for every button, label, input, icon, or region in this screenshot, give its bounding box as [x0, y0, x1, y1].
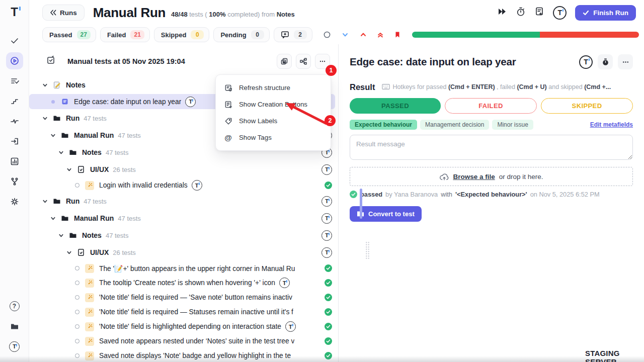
at-sign-icon: @	[224, 134, 232, 141]
fast-forward-icon[interactable]	[497, 7, 507, 19]
empty-circle-icon[interactable]	[324, 31, 331, 38]
chevron-down-icon[interactable]	[50, 216, 56, 221]
folder-icon	[69, 231, 77, 239]
steps-icon[interactable]	[6, 93, 23, 110]
bookmark-red-icon[interactable]	[394, 31, 401, 38]
memo-icon	[53, 81, 61, 89]
result-message-input[interactable]	[350, 135, 633, 160]
status-circle-icon[interactable]	[75, 339, 79, 343]
edit-metafields-link[interactable]: Edit metafields	[590, 121, 633, 128]
status-circle-icon[interactable]	[75, 183, 79, 188]
status-circle-icon[interactable]	[75, 310, 79, 314]
testomat-logo-icon	[192, 180, 202, 191]
status-circle-icon[interactable]	[75, 324, 79, 329]
status-circle-icon[interactable]	[75, 295, 79, 300]
chevron-down-icon[interactable]	[42, 82, 48, 88]
chevron-up-red-icon[interactable]	[360, 31, 367, 38]
browse-file-link[interactable]: Browse a file	[453, 173, 495, 180]
progress-failed	[540, 32, 639, 38]
tree-row-manual-run-2[interactable]: Manual Run47 tests	[29, 210, 338, 227]
tree-row-test[interactable]: 'Note title' field is highlighted depend…	[29, 319, 338, 334]
selected-bullet-icon	[51, 100, 55, 104]
copy-structure-button[interactable]	[277, 54, 292, 69]
environment-banner: STAGING SERVER	[585, 349, 644, 362]
chevron-down-icon[interactable]	[58, 150, 64, 155]
chevron-down-icon[interactable]	[42, 116, 48, 121]
result-history-line: passed by Yana Baranova with '<Expected …	[350, 191, 633, 198]
tree-row-test[interactable]: Saved note appears nested under ‘Notes’ …	[29, 334, 338, 348]
filter-failed-button[interactable]: Failed21	[100, 27, 150, 42]
run-progress-bar	[412, 32, 639, 38]
tree-row-test[interactable]: 'Note title' field is required — 'Save n…	[29, 290, 338, 305]
manual-test-icon	[85, 264, 94, 273]
tree-title: Manual tests at 05 Nov 2025 19:04	[67, 57, 185, 65]
resize-grip-icon[interactable]	[365, 241, 370, 259]
tree-row-test[interactable]: 'Note title' field is required — Statuse…	[29, 305, 338, 319]
report-add-icon[interactable]	[534, 7, 544, 19]
folder-icon	[53, 197, 61, 205]
metafield-tag-selected[interactable]: Expected behaviour	[350, 120, 417, 130]
chevron-down-icon[interactable]	[66, 167, 72, 172]
tree-row-uiux-2[interactable]: UI/UX26 tests	[29, 244, 338, 261]
status-circle-icon[interactable]	[75, 266, 79, 270]
page-title: Manual Run	[93, 5, 166, 21]
testomat-logo-icon[interactable]: T	[11, 5, 18, 19]
runs-play-icon[interactable]	[6, 52, 23, 69]
tree-view-button[interactable]	[296, 54, 311, 69]
filter-skipped-button[interactable]: Skipped0	[154, 27, 210, 42]
chevron-down-icon[interactable]	[66, 250, 72, 255]
settings-gear-icon[interactable]	[6, 193, 23, 210]
double-chevron-up-red-icon[interactable]	[377, 31, 384, 38]
metafield-tag[interactable]: Management decision	[420, 120, 489, 130]
status-circle-icon[interactable]	[75, 353, 79, 358]
chevron-down-icon[interactable]	[58, 233, 64, 238]
testomat-avatar-icon[interactable]	[553, 6, 567, 20]
branch-icon[interactable]	[6, 173, 23, 190]
failed-button[interactable]: FAILED	[445, 98, 537, 114]
status-circle-icon[interactable]	[75, 281, 79, 285]
tree-row-uiux-1[interactable]: UI/UX26 tests	[29, 161, 338, 178]
skipped-button[interactable]: SKIPPED	[541, 98, 633, 114]
pulse-icon[interactable]	[6, 113, 23, 130]
tree-row-test[interactable]: Saved note displays 'Note' badge and yel…	[29, 348, 338, 362]
timer-button[interactable]	[598, 54, 613, 69]
passed-check-icon	[325, 308, 332, 316]
chevron-down-icon[interactable]	[50, 133, 56, 138]
docs-folder-icon[interactable]	[6, 318, 23, 335]
help-icon[interactable]: ?	[6, 298, 23, 315]
back-to-runs-button[interactable]: Runs	[42, 5, 85, 21]
testomat-logo-icon	[321, 196, 332, 207]
testomat-logo-icon	[321, 164, 332, 175]
chevron-down-icon[interactable]	[42, 199, 48, 204]
passed-button[interactable]: PASSED	[350, 98, 441, 114]
tree-row-run-2[interactable]: Run47 tests	[29, 193, 338, 210]
more-options-button[interactable]	[618, 54, 633, 69]
import-icon[interactable]	[6, 133, 23, 150]
metafield-tag[interactable]: Minor issue	[492, 120, 533, 130]
profile-logo-icon[interactable]	[6, 338, 23, 355]
file-drop-area[interactable]: Browse a file or drop it here.	[350, 167, 633, 186]
failed-count-badge: 21	[130, 30, 144, 39]
passed-check-icon	[325, 264, 332, 272]
tree-row-notes-2[interactable]: Notes47 tests	[29, 227, 338, 244]
menu-item-refresh-structure[interactable]: Refresh structure	[216, 79, 331, 96]
chevron-down-blue-icon[interactable]	[342, 31, 349, 38]
tree-row-test-login[interactable]: Login with invalid credentials	[29, 178, 338, 193]
scrollbar-thumb[interactable]	[360, 189, 362, 219]
folder-icon	[61, 131, 69, 139]
analytics-icon[interactable]	[6, 153, 23, 170]
tests-check-icon[interactable]	[6, 32, 23, 49]
filter-pending-button[interactable]: Pending0	[213, 27, 269, 42]
timer-icon[interactable]	[516, 7, 526, 19]
app-window: T ? Runs Manual Run 48/48 tests ( 100% c…	[0, 0, 644, 362]
plans-list-check-icon[interactable]	[6, 72, 23, 89]
menu-item-show-tags[interactable]: @ Show Tags	[216, 129, 331, 146]
comments-filter-button[interactable]: 2	[274, 27, 312, 42]
tree-row-test[interactable]: The '📝+' button appears in the upper rig…	[29, 261, 338, 276]
doc-plus-icon	[224, 101, 232, 109]
tree-row-test[interactable]: The tooltip 'Create notes' is shown when…	[29, 276, 338, 290]
finish-run-button[interactable]: Finish Run	[575, 5, 636, 21]
testomat-logo-icon[interactable]	[579, 55, 593, 69]
tag-icon	[224, 117, 232, 125]
filter-passed-button[interactable]: Passed27	[42, 27, 96, 42]
